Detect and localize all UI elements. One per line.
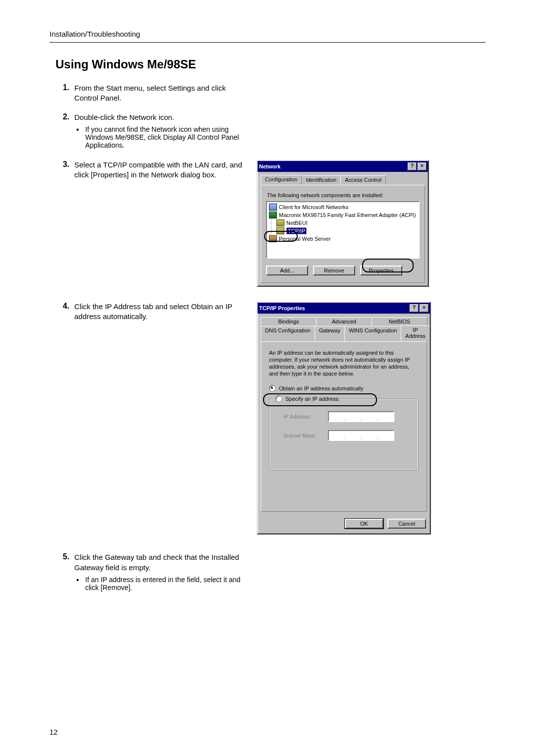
subnet-mask-field[interactable]: . . . [328,430,394,441]
dialog-title: TCP/IP Properties [259,305,305,311]
add-button[interactable]: Add... [266,266,308,275]
tab-bindings[interactable]: Bindings [261,317,317,326]
step-number: 4. [55,302,69,311]
ok-button[interactable]: OK [345,519,383,529]
subnet-mask-label: Subnet Mask: [283,432,328,438]
step-3: 3. Select a TCP/IP compatible with the L… [55,160,485,287]
properties-button[interactable]: Properties [360,266,402,275]
step-text: Double-click the Network icon. [74,112,251,122]
tab-panel: The following network components are ins… [261,185,425,283]
ip-description-text: An IP address can be automatically assig… [269,350,419,377]
step-number: 3. [55,160,69,169]
tcpip-properties-dialog: TCP/IP Properties ? × Bindings Advanced … [257,302,431,535]
tab-gateway[interactable]: Gateway [315,326,345,342]
network-dialog: Network ? × Configuration Identification… [257,160,429,287]
specify-ip-groupbox: Specify an IP address: IP Address: . . . [269,399,419,470]
list-item-netbeui[interactable]: NetBEUI [275,219,418,227]
step-5: 5. Click the Gateway tab and check that … [55,552,485,594]
tab-dns-configuration[interactable]: DNS Configuration [261,326,315,342]
tab-strip: Configuration Identification Access Cont… [261,175,425,185]
running-header: Installation/Troubleshooting [50,30,485,43]
step-text: Select a TCP/IP compatible with the LAN … [74,160,251,180]
remove-button[interactable]: Remove [313,266,355,275]
tab-configuration[interactable]: Configuration [261,175,302,185]
step-4: 4. Click the IP Address tab and select O… [55,302,485,535]
step-number: 5. [55,552,69,561]
radio-icon [269,385,276,392]
section-title: Using Windows Me/98SE [55,57,485,71]
list-item-client[interactable]: Client for Microsoft Networks [268,203,418,211]
close-button[interactable]: × [418,162,427,170]
step-text: Click the IP Address tab and select Obta… [74,302,251,322]
tab-wins-configuration[interactable]: WINS Configuration [344,326,401,342]
tab-panel: An IP address can be automatically assig… [261,341,427,512]
list-item-tcpip[interactable]: TCP/IP [275,227,418,235]
titlebar: TCP/IP Properties ? × [258,303,430,314]
adapter-icon [269,212,277,218]
page-number: 12 [50,728,58,736]
close-button[interactable]: × [420,304,428,312]
components-listbox[interactable]: Client for Microsoft Networks Macronix M… [266,201,420,259]
client-icon [269,204,277,211]
help-button[interactable]: ? [410,304,419,312]
components-label: The following network components are ins… [267,192,419,198]
protocol-icon [276,227,284,234]
protocol-icon [276,219,284,226]
step-text: Click the Gateway tab and check that the… [74,552,251,573]
step-bullet: If you cannot find the Network icon when… [76,125,251,149]
tab-access-control[interactable]: Access Control [340,175,386,185]
cancel-button[interactable]: Cancel [387,519,426,529]
tab-identification[interactable]: Identification [301,175,341,185]
list-item-personal-web-server[interactable]: Personal Web Server [268,235,418,243]
dialog-title: Network [259,163,280,169]
radio-icon [275,395,282,402]
step-number: 2. [55,112,69,121]
step-text: From the Start menu, select Settings and… [74,83,251,104]
ip-address-label: IP Address: [283,414,328,420]
step-number: 1. [55,83,69,92]
help-button[interactable]: ? [408,162,417,170]
step-1: 1. From the Start menu, select Settings … [55,83,485,104]
radio-specify-ip[interactable]: Specify an IP address: [275,395,340,402]
radio-obtain-auto[interactable]: Obtain an IP address automatically [269,385,363,392]
step-bullet: If an IP address is entered in the field… [76,576,251,592]
tab-advanced[interactable]: Advanced [316,317,372,326]
list-item-adapter[interactable]: Macronix MX98715 Family Fast Ethernet Ad… [268,211,418,219]
ip-address-field[interactable]: . . . [328,411,394,422]
step-2: 2. Double-click the Network icon. If you… [55,112,485,151]
titlebar: Network ? × [258,161,428,172]
service-icon [269,235,277,242]
tab-ip-address[interactable]: IP Address [401,325,429,341]
